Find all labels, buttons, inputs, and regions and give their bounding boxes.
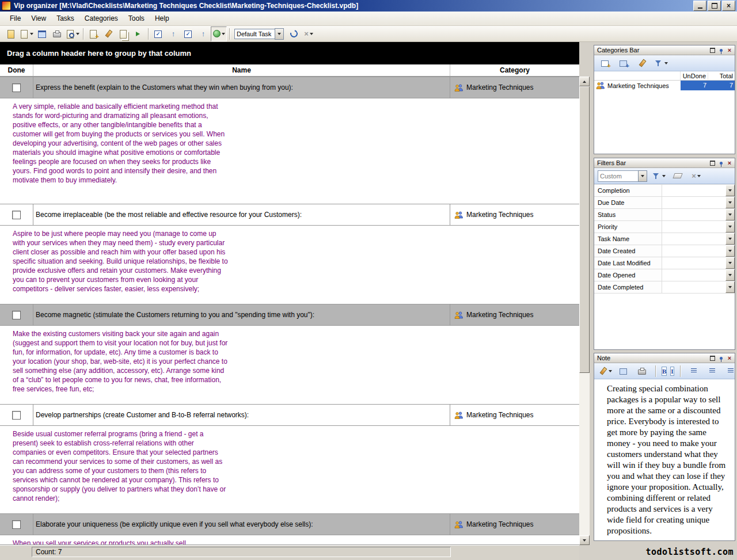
filter-value[interactable] <box>662 281 725 293</box>
remove-filter-button[interactable]: × <box>689 169 704 183</box>
bullet-list-button[interactable] <box>723 364 737 378</box>
scroll-down-button[interactable] <box>579 535 590 545</box>
filters-panel-header[interactable]: Filters Bar × <box>594 158 735 168</box>
menu-tasks[interactable]: Tasks <box>51 12 79 25</box>
menu-categories[interactable]: Categories <box>79 12 123 25</box>
export-button[interactable] <box>35 27 50 41</box>
task-done-checkbox[interactable] <box>12 520 21 529</box>
go-to-button[interactable] <box>131 27 146 41</box>
filter-value[interactable] <box>662 245 725 257</box>
filter-dropdown-button[interactable] <box>725 281 735 293</box>
print-note-button[interactable] <box>635 364 649 378</box>
filter-value[interactable] <box>662 221 725 233</box>
task-done-checkbox[interactable] <box>12 311 21 319</box>
complete-task-button[interactable]: ✓ <box>151 27 166 41</box>
filter-value[interactable] <box>662 233 725 245</box>
gray-x-icon: × <box>304 29 309 39</box>
edit-note-button[interactable] <box>598 364 613 378</box>
scroll-up-button[interactable] <box>579 77 590 86</box>
duplicate-task-button[interactable] <box>116 27 131 41</box>
task-row[interactable]: Become irreplaceable (be the most reliab… <box>0 204 579 226</box>
note-panel-header[interactable]: Note × <box>594 353 735 363</box>
undone-column-header[interactable]: UnDone <box>681 73 708 79</box>
panel-close-button[interactable]: × <box>725 355 734 362</box>
new-item-dropdown-button[interactable] <box>18 27 35 41</box>
filter-categories-button[interactable] <box>653 56 669 70</box>
task-note: A very simple, reliable and basically ef… <box>0 98 228 204</box>
new-category-button[interactable]: + <box>598 56 613 70</box>
menu-view[interactable]: View <box>26 12 51 25</box>
edit-filter-button[interactable] <box>651 169 667 183</box>
column-header-done[interactable]: Done <box>0 64 33 76</box>
filter-value[interactable] <box>662 197 725 208</box>
align-left-button[interactable] <box>686 364 701 378</box>
task-row[interactable]: Express the benefit (explain to the Cust… <box>0 77 579 98</box>
categories-panel-header[interactable]: Categories Bar × <box>594 45 735 55</box>
move-task-up-button[interactable]: ↑ <box>166 27 181 41</box>
raise-priority-button[interactable]: ↑ <box>196 27 211 41</box>
add-task-button[interactable]: + <box>86 27 101 41</box>
assign-task-button[interactable]: ✓ <box>181 27 196 41</box>
panel-pin-button[interactable] <box>717 159 725 167</box>
panel-close-button[interactable]: × <box>725 47 734 54</box>
filter-dropdown-button[interactable] <box>725 185 735 196</box>
category-row[interactable]: Marketing Techniques 7 7 <box>594 81 735 90</box>
combobox-dropdown-button[interactable] <box>275 28 284 40</box>
maximize-button[interactable] <box>708 1 721 11</box>
task-done-checkbox[interactable] <box>12 83 21 92</box>
refresh-button[interactable] <box>286 27 301 41</box>
align-right-button[interactable] <box>705 364 720 378</box>
task-done-checkbox[interactable] <box>12 211 21 219</box>
scrollbar-thumb[interactable] <box>579 86 590 373</box>
bold-button[interactable]: B <box>662 367 667 376</box>
clear-filter-button[interactable] <box>670 169 685 183</box>
task-template-combobox[interactable]: Default Task <box>234 28 284 40</box>
filter-dropdown-button[interactable] <box>725 269 735 281</box>
print-preview-button[interactable] <box>64 27 81 41</box>
task-row[interactable]: Become magnetic (stimulate the Customers… <box>0 304 579 326</box>
panel-restore-button[interactable] <box>708 47 716 54</box>
column-header-name[interactable]: Name <box>33 64 450 76</box>
print-button[interactable] <box>50 27 64 41</box>
group-by-bar[interactable]: Drag a column header here to group by th… <box>0 42 579 64</box>
edit-category-button[interactable] <box>635 56 649 70</box>
filter-value[interactable] <box>662 269 725 281</box>
close-button[interactable]: × <box>722 1 735 11</box>
filter-value[interactable] <box>662 209 725 220</box>
panel-restore-button[interactable] <box>708 159 716 167</box>
task-done-checkbox[interactable] <box>12 411 21 420</box>
filter-dropdown-button[interactable] <box>725 209 735 220</box>
total-column-header[interactable]: Total <box>708 73 735 79</box>
new-subcategory-button[interactable]: + <box>616 56 631 70</box>
filter-value[interactable] <box>662 257 725 269</box>
menu-help[interactable]: Help <box>150 12 174 25</box>
cancel-button[interactable]: × <box>301 27 316 41</box>
panel-restore-button[interactable] <box>708 355 716 362</box>
new-button[interactable] <box>3 27 18 41</box>
menu-file[interactable]: File <box>5 12 26 25</box>
task-row[interactable]: Elaborate your uniqueness (be explicitly… <box>0 513 579 535</box>
edit-task-button[interactable] <box>101 27 116 41</box>
minimize-button[interactable] <box>693 1 706 11</box>
task-row[interactable]: Develop partnerships (create Customer an… <box>0 404 579 426</box>
filter-dropdown-button[interactable] <box>725 233 735 245</box>
main-scrollbar[interactable] <box>579 77 590 545</box>
panel-close-button[interactable]: × <box>725 159 734 167</box>
panel-pin-button[interactable] <box>717 47 725 54</box>
column-header-category[interactable]: Category <box>450 64 579 76</box>
note-editor[interactable]: Creating special combination packages is… <box>594 379 735 536</box>
filter-preset-combobox[interactable]: Custom <box>598 170 647 182</box>
filter-value[interactable] <box>662 185 725 196</box>
insert-image-button[interactable] <box>616 364 631 378</box>
start-task-button[interactable] <box>211 26 227 41</box>
title-bar[interactable]: Vip organizer [M:\Vlad\Checklists\Market… <box>0 0 737 12</box>
menu-tools[interactable]: Tools <box>123 12 150 25</box>
filter-dropdown-button[interactable] <box>725 257 735 269</box>
filter-dropdown-button[interactable] <box>725 245 735 257</box>
filter-dropdown-button[interactable] <box>725 197 735 208</box>
restore-icon <box>710 356 715 361</box>
italic-button[interactable]: I <box>670 367 674 376</box>
panel-pin-button[interactable] <box>717 355 725 362</box>
filter-dropdown-button[interactable] <box>725 221 735 233</box>
combobox-dropdown-button[interactable] <box>638 170 647 182</box>
